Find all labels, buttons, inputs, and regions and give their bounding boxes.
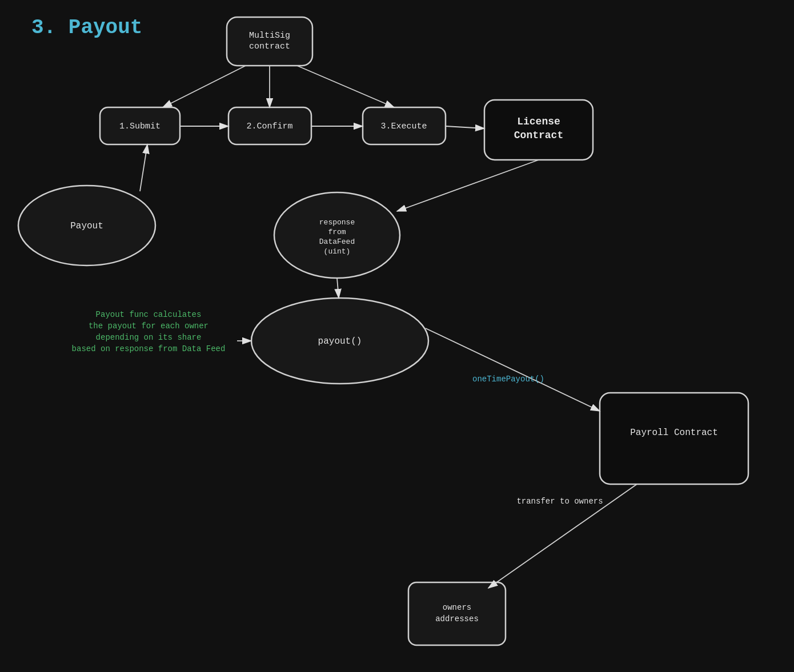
svg-line-17 (446, 126, 484, 128)
svg-text:oneTimePayout(): oneTimePayout() (472, 375, 544, 384)
svg-text:from: from (328, 228, 346, 236)
svg-text:1.Submit: 1.Submit (119, 122, 161, 131)
svg-text:depending on its share: depending on its share (96, 333, 202, 342)
svg-rect-10 (600, 393, 748, 484)
svg-line-12 (163, 66, 246, 107)
svg-text:based on response from Data Fe: based on response from Data Feed (72, 344, 226, 353)
svg-text:2.Confirm: 2.Confirm (246, 122, 292, 131)
svg-text:MultiSig: MultiSig (249, 31, 290, 41)
svg-line-22 (426, 328, 600, 411)
svg-text:Contract: Contract (514, 130, 563, 141)
svg-line-20 (337, 278, 339, 298)
svg-text:Payout: Payout (70, 221, 103, 231)
svg-text:DataFeed: DataFeed (319, 238, 355, 246)
svg-text:the payout for each owner: the payout for each owner (89, 321, 208, 331)
svg-text:3.Execute: 3.Execute (380, 122, 427, 131)
svg-text:Payroll Contract: Payroll Contract (630, 428, 718, 438)
svg-text:License: License (517, 116, 560, 127)
diagram-svg: MultiSig contract 1.Submit 2.Confirm 3.E… (0, 0, 794, 672)
diagram-container: 3. Payout (0, 0, 794, 672)
svg-text:addresses: addresses (435, 614, 479, 623)
svg-line-14 (297, 66, 394, 107)
svg-text:Payout func calculates: Payout func calculates (96, 310, 202, 319)
svg-text:transfer to owners: transfer to owners (516, 497, 603, 506)
svg-text:payout(): payout() (318, 336, 362, 347)
svg-line-18 (140, 144, 147, 191)
svg-rect-11 (408, 582, 506, 645)
svg-text:response: response (319, 218, 355, 227)
svg-line-19 (397, 160, 539, 211)
svg-text:contract: contract (249, 42, 290, 51)
svg-text:owners: owners (443, 603, 471, 612)
svg-text:(uint): (uint) (324, 247, 351, 256)
